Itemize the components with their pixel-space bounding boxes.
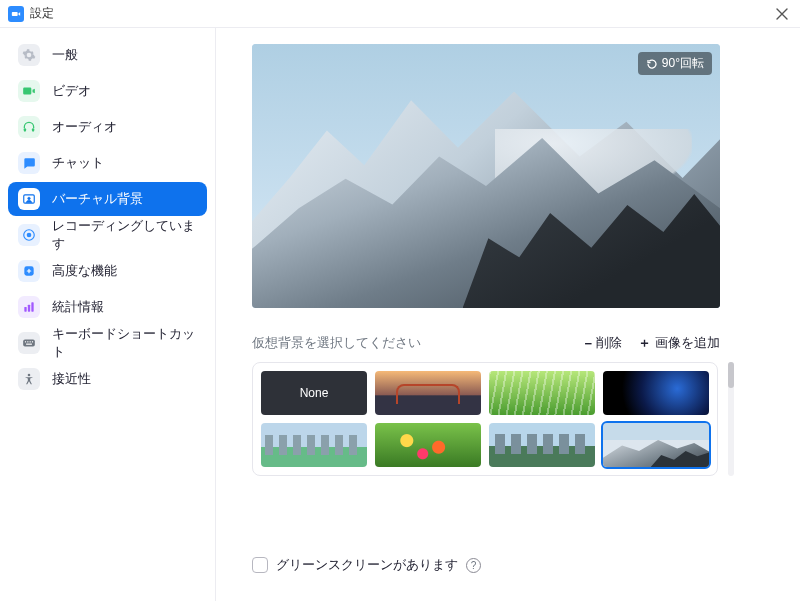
svg-rect-9	[31, 302, 33, 311]
sidebar-item-audio[interactable]: オーディオ	[8, 110, 207, 144]
svg-rect-14	[32, 341, 33, 342]
svg-rect-8	[28, 305, 30, 312]
svg-point-3	[28, 197, 31, 200]
svg-rect-0	[24, 128, 26, 132]
sidebar-item-keyboard[interactable]: キーボードショートカット	[8, 326, 207, 360]
gear-icon	[18, 44, 40, 66]
svg-rect-10	[23, 340, 35, 347]
plus-icon: ＋	[638, 334, 651, 352]
statistics-icon	[18, 296, 40, 318]
svg-point-16	[28, 374, 31, 377]
video-icon	[18, 80, 40, 102]
sidebar-item-chat[interactable]: チャット	[8, 146, 207, 180]
zoom-app-icon	[8, 6, 24, 22]
sidebar-item-label: キーボードショートカット	[52, 325, 197, 361]
virtual-background-panel: 90°回転 仮想背景を選択してください − 削除 ＋ 画像を追加 None	[216, 28, 800, 601]
sidebar-item-recording[interactable]: レコーディングしています	[8, 218, 207, 252]
sidebar-item-accessibility[interactable]: 接近性	[8, 362, 207, 396]
sidebar-item-video[interactable]: ビデオ	[8, 74, 207, 108]
sidebar-item-label: バーチャル背景	[52, 190, 143, 208]
advanced-icon	[18, 260, 40, 282]
titlebar: 設定	[0, 0, 800, 28]
recording-icon	[18, 224, 40, 246]
sidebar-item-virtual-background[interactable]: バーチャル背景	[8, 182, 207, 216]
sidebar-item-label: ビデオ	[52, 82, 91, 100]
sidebar-item-advanced[interactable]: 高度な機能	[8, 254, 207, 288]
background-thumb-selected[interactable]	[603, 423, 709, 467]
sidebar-item-label: 高度な機能	[52, 262, 117, 280]
svg-rect-13	[30, 341, 31, 342]
close-button[interactable]	[772, 4, 792, 24]
sidebar-item-label: チャット	[52, 154, 104, 172]
svg-rect-11	[25, 341, 26, 342]
thumbnails-scrollbar[interactable]	[728, 362, 734, 476]
sidebar-item-label: 接近性	[52, 370, 91, 388]
rotate-icon	[646, 58, 658, 70]
background-thumb[interactable]	[489, 423, 595, 467]
keyboard-icon	[18, 332, 40, 354]
sidebar-item-general[interactable]: 一般	[8, 38, 207, 72]
greenscreen-label: グリーンスクリーンがあります	[276, 556, 458, 574]
background-thumbnails: None	[252, 362, 718, 476]
window-title: 設定	[30, 5, 54, 22]
sidebar-item-statistics[interactable]: 統計情報	[8, 290, 207, 324]
background-thumb[interactable]	[375, 423, 481, 467]
svg-point-5	[27, 233, 32, 238]
virtual-background-icon	[18, 188, 40, 210]
sidebar-item-label: 統計情報	[52, 298, 104, 316]
svg-rect-12	[27, 341, 28, 342]
background-thumb[interactable]	[375, 371, 481, 415]
headphones-icon	[18, 116, 40, 138]
add-image-button[interactable]: ＋ 画像を追加	[638, 334, 720, 352]
choose-background-label: 仮想背景を選択してください	[252, 334, 568, 352]
sidebar-item-label: オーディオ	[52, 118, 117, 136]
accessibility-icon	[18, 368, 40, 390]
svg-rect-7	[24, 307, 26, 312]
scrollbar-thumb[interactable]	[728, 362, 734, 388]
greenscreen-checkbox[interactable]	[252, 557, 268, 573]
background-preview: 90°回転	[252, 44, 720, 308]
delete-background-button[interactable]: − 削除	[584, 334, 622, 352]
chat-icon	[18, 152, 40, 174]
sidebar-item-label: 一般	[52, 46, 78, 64]
background-thumb[interactable]	[261, 423, 367, 467]
background-thumb-none[interactable]: None	[261, 371, 367, 415]
svg-rect-15	[26, 344, 32, 345]
sidebar-item-label: レコーディングしています	[52, 217, 197, 253]
background-thumb[interactable]	[489, 371, 595, 415]
help-icon[interactable]: ?	[466, 558, 481, 573]
rotate-button[interactable]: 90°回転	[638, 52, 712, 75]
settings-sidebar: 一般 ビデオ オーディオ チャット バーチャル背景	[0, 28, 216, 601]
rotate-label: 90°回転	[662, 55, 704, 72]
svg-rect-1	[32, 128, 34, 132]
minus-icon: −	[584, 336, 592, 351]
background-thumb[interactable]	[603, 371, 709, 415]
